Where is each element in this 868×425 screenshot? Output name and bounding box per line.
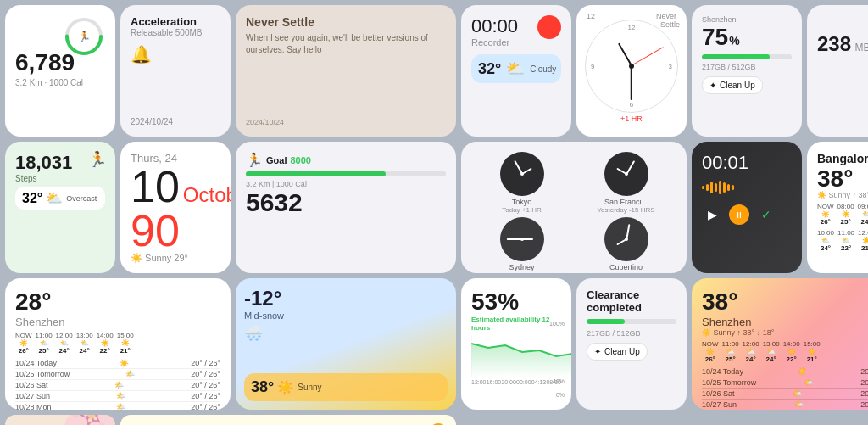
shenzhen-r-cond-text: Sunny [714,328,736,337]
podcast-pause-button[interactable]: ⏸ [729,204,749,225]
podcast-time: 00:01 [702,152,792,174]
h-icon: ☀️ [19,339,28,347]
forecast-row: 10/28 Mon🌤️20° / 26° [15,402,220,410]
fr-icon: 🌤️ [804,378,813,387]
h-time: NOW [15,332,32,339]
hour-icon: ☀️ [842,210,850,218]
hour-time: 09:00 [858,203,868,210]
fitness-goal-value: 8000 [290,155,310,165]
h-time-r: 14:00 [783,340,800,348]
pct-label-0: 0% [556,392,565,398]
fitness-progress-bar [246,171,446,176]
clock-sydney: Sydney Today +2 HRS [471,217,572,273]
recorder-widget: 00:00 Recorder 32° ⛅ Cloudy [461,5,571,137]
wave-bar [715,183,717,192]
h-icon-r: ⛅ [747,348,755,355]
clock-diff-cupertino: Yesterday -15 HRS [597,271,654,273]
fr-day: 10/24 Today [702,367,743,376]
shenzhen-r-condition: ☀️ Sunny ↑ 38° ↓ 18° [702,328,868,337]
clean-icon-2: ✦ [594,347,601,356]
cal-temp: 29° [174,253,188,263]
clock-city-tokyo: Tokyo [512,198,532,206]
fr-day: 10/26 Sat [702,389,735,398]
weather-shenzhen-left-widget: 28° Shenzhen NOW☀️26° 11:00⛅25° 12:00⛅24… [5,278,231,410]
h-time-r: 11:00 [722,340,739,348]
hour-time: 11:00 [837,229,854,237]
never-settle-widget: Never Settle When I see you again, we'll… [236,5,456,137]
podcast-controls: ▶ ⏸ ✓ [702,204,792,225]
h-temp: 21° [120,347,131,355]
storage-bar-fill [702,54,770,59]
clock-face-sf [604,152,648,196]
fr-range: 20° / 26° [860,389,868,398]
fr-range: 20° / 26° [860,367,868,376]
forecast-icon: 🌤️ [116,392,125,400]
steps-weather: 32° ⛅ Overcast [15,187,105,210]
clean-up-button[interactable]: ✦ Clean Up [702,76,763,94]
battery-avail-label: Estimated availability 12 hours [471,316,561,332]
h-icon-r: ☀️ [787,348,796,355]
storage-bar [702,54,792,59]
warm-condition: Sunny [298,383,321,392]
battery-time-labels: 12:00 16:00 20:00 00:00 04:13 08:00 [471,379,561,385]
clean-icon: ✦ [709,81,716,90]
battery-widget: 53% Estimated availability 12 hours 12:0… [461,278,571,410]
h-time-r: 12:00 [743,340,760,348]
podcast-widget: 00:01 ▶ ⏸ ✓ [692,142,802,273]
podcast-check-button[interactable]: ✓ [756,204,776,225]
dual-clock-widget: 🌸 10:00 Shenzhen 🌡️ 26° 07:30 Bangalore … [5,415,115,425]
time-label: 16:00 [487,379,502,385]
hour-temp: 26° [821,218,831,226]
h-icon-r: ⛅ [767,348,776,355]
hour-time: 10:00 [817,229,834,237]
forecast-row: 10/26 Sat🌤️20° / 26° [15,380,220,391]
weather-shenzhen-right-widget: 38° Shenzhen ☀️ Sunny ↑ 38° ↓ 18° NOW☀️2… [692,278,868,410]
pct-label: 100% [549,321,565,327]
h-temp-r: 21° [807,355,817,363]
accel-date: 2024/10/24 [131,117,220,126]
steps-widget: 🏃 18,031 Steps 32° ⛅ Overcast [5,142,115,273]
activity-distance: 3.2 Km · 1000 Cal [15,78,105,87]
clock-sf: San Franci... Yesterday -15 HRS [576,152,676,214]
forecast-range: 20° / 26° [191,392,220,400]
accel-title: Acceleration [131,15,220,28]
clock-diff-tokyo: Today +1 HR [502,206,541,214]
clock-city-sf: San Franci... [604,198,648,206]
clearance-clean-button[interactable]: ✦ Clean Up [587,343,648,361]
clearance-clean-label: Clean Up [604,347,640,356]
forecast-day: 10/27 Sun [15,392,50,400]
h-temp-r: 24° [746,355,756,363]
clock-diff-sf: Yesterday -15 HRS [597,206,654,214]
storage-symbol: % [729,34,739,48]
forecast-range: 20° / 26° [191,403,220,410]
clock-city-sydney: Sydney [509,263,534,271]
forecast-day: 10/26 Sat [15,381,48,389]
wave-bar [732,185,734,190]
wave-bar [710,182,713,193]
sun-icon-r: ☀️ [702,328,711,337]
clearance-title: Clearance completed [587,288,676,314]
h-temp: 22° [100,347,110,355]
sun-icon: ☀️ [131,253,142,263]
forecast-day: 10/28 Mon [15,403,52,410]
svg-text:🏃: 🏃 [78,30,91,42]
ram-value: 238 [817,32,851,55]
forecast-icon: 🌤️ [116,403,125,410]
wave-bar [719,181,721,194]
h-temp-r: 25° [726,355,736,363]
ram-widget: 🔵 238 MB [807,5,868,137]
record-button[interactable] [537,15,561,39]
fr-day: 10/27 Sun [702,400,737,409]
h-temp-r: 22° [787,355,797,363]
h-icon: ⛅ [40,339,48,347]
podcast-play-button[interactable]: ▶ [702,204,722,225]
clock-center [629,64,634,69]
cal-day2: 90 [131,209,220,253]
clearance-bar [587,319,676,324]
h-icon: ☀️ [121,339,130,347]
time-label: 12:00 [471,379,487,385]
sun-icon-blr: ☀️ [817,191,826,199]
podcast-waveform [702,179,792,196]
fitness-goal-label: Goal [266,155,287,165]
hour-icon: ⛅ [862,210,868,218]
